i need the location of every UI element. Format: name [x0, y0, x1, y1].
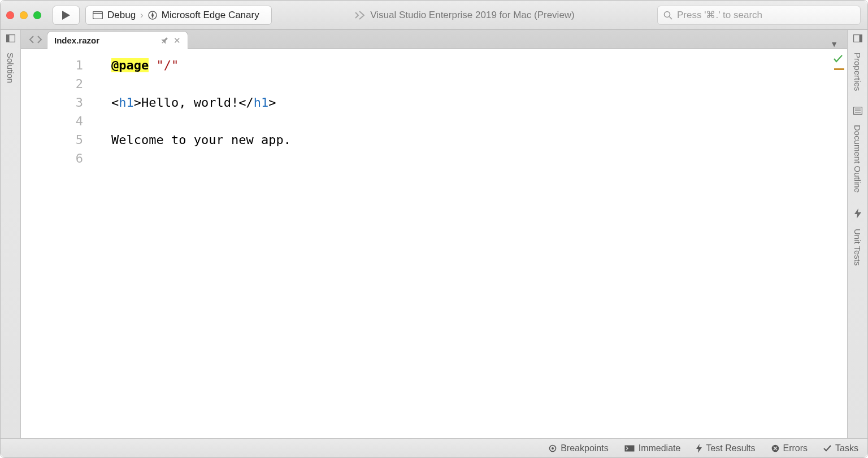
code-content[interactable]: @page "/" <h1>Hello, world!</h1> Welcome…	[111, 49, 847, 438]
tab-nav	[24, 30, 47, 49]
left-siderail: Solution	[1, 30, 21, 438]
status-test-results[interactable]: Test Results	[696, 443, 755, 453]
tab-label: Index.razor	[54, 36, 99, 45]
search-icon	[663, 11, 672, 20]
panel-icon[interactable]	[6, 34, 15, 42]
sidebar-item-unit-tests[interactable]: Unit Tests	[853, 229, 862, 266]
svg-rect-6	[6, 35, 9, 42]
run-target: Microsoft Edge Canary	[162, 10, 259, 21]
scroll-marker	[834, 68, 844, 70]
play-icon	[62, 11, 70, 20]
window-icon	[93, 11, 103, 19]
line-number: 2	[21, 75, 83, 93]
compass-icon	[148, 11, 157, 20]
svg-line-4	[669, 16, 672, 19]
panel-icon[interactable]	[853, 107, 862, 115]
breakpoint-icon	[549, 444, 557, 452]
titlebar: Debug › Microsoft Edge Canary Visual Stu…	[1, 1, 867, 30]
run-config-selector[interactable]: Debug › Microsoft Edge Canary	[85, 6, 272, 25]
nav-forward[interactable]	[37, 36, 42, 43]
zoom-window[interactable]	[33, 11, 41, 19]
nav-back[interactable]	[29, 36, 34, 43]
html-tag: h1	[254, 95, 269, 110]
sidebar-item-document-outline[interactable]: Document Outline	[853, 125, 862, 193]
svg-rect-0	[93, 11, 103, 19]
right-siderail: Properties Document Outline Unit Tests	[847, 30, 867, 438]
bolt-icon	[696, 444, 702, 453]
svg-rect-15	[624, 445, 634, 451]
svg-point-3	[664, 11, 670, 17]
status-bar: Breakpoints Immediate Test Results Error…	[1, 438, 867, 457]
line-number: 5	[21, 130, 83, 149]
tab-bar: Index.razor ✕ ▼	[21, 30, 847, 49]
line-number: 1	[21, 56, 83, 75]
razor-directive: @page	[111, 58, 149, 72]
check-icon	[823, 445, 831, 452]
search-input[interactable]: Press '⌘.' to search	[657, 6, 861, 25]
svg-rect-8	[859, 35, 862, 42]
status-tasks[interactable]: Tasks	[823, 443, 858, 453]
svg-point-14	[552, 447, 554, 450]
run-button[interactable]	[53, 6, 80, 25]
search-placeholder: Press '⌘.' to search	[677, 9, 762, 21]
line-gutter: 1 2 3 4 5 6	[21, 49, 111, 438]
html-tag: h1	[119, 95, 134, 110]
close-window[interactable]	[6, 11, 14, 19]
check-icon	[834, 55, 843, 63]
status-errors[interactable]: Errors	[771, 443, 808, 453]
close-icon[interactable]: ✕	[173, 36, 181, 46]
app-title: Visual Studio Enterprise 2019 for Mac (P…	[354, 10, 575, 21]
line-number: 4	[21, 112, 83, 130]
window-controls	[6, 11, 41, 19]
sidebar-item-solution[interactable]: Solution	[6, 53, 15, 83]
tab-overflow[interactable]: ▼	[824, 40, 844, 49]
app-title-text: Visual Studio Enterprise 2019 for Mac (P…	[370, 10, 575, 21]
config-name: Debug	[107, 10, 136, 21]
main: Solution Index.razor ✕ ▼	[1, 30, 867, 438]
vs-icon	[354, 10, 366, 21]
line-number: 3	[21, 93, 83, 112]
chevron-right-icon: ›	[140, 10, 144, 21]
sidebar-item-properties[interactable]: Properties	[853, 53, 862, 91]
error-icon	[771, 444, 779, 452]
pin-icon[interactable]	[161, 37, 168, 44]
status-breakpoints[interactable]: Breakpoints	[549, 443, 609, 453]
minimize-window[interactable]	[20, 11, 28, 19]
editor-area: Index.razor ✕ ▼ 1 2 3 4 5 6 @page "/" <h	[21, 30, 847, 438]
bolt-icon[interactable]	[854, 208, 861, 219]
terminal-icon	[624, 445, 635, 452]
code-editor[interactable]: 1 2 3 4 5 6 @page "/" <h1>Hello, world!<…	[21, 49, 847, 438]
panel-icon[interactable]	[853, 34, 862, 42]
string-literal: "/"	[156, 58, 179, 72]
line-number: 6	[21, 149, 83, 168]
tab-index-razor[interactable]: Index.razor ✕	[47, 31, 188, 49]
status-immediate[interactable]: Immediate	[624, 443, 681, 453]
